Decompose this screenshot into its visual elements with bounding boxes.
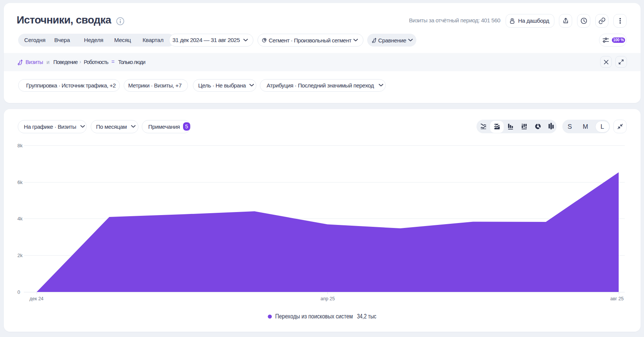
svg-text:0: 0	[17, 289, 20, 295]
svg-text:6k: 6k	[17, 179, 23, 185]
svg-text:дек 24: дек 24	[29, 296, 43, 301]
svg-text:2k: 2k	[17, 253, 23, 258]
svg-text:8k: 8k	[17, 143, 23, 148]
svg-text:34,2 тыс: 34,2 тыс	[357, 313, 376, 320]
svg-text:4k: 4k	[17, 216, 23, 222]
svg-text:авг 25: авг 25	[610, 296, 624, 301]
svg-text:апр 25: апр 25	[320, 296, 335, 301]
svg-text:Переходы из поисковых систем: Переходы из поисковых систем	[275, 313, 353, 320]
